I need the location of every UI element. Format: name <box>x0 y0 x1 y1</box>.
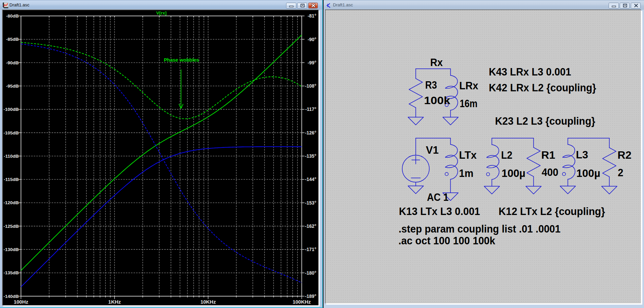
y2-axis-label: -81° <box>308 13 316 19</box>
y-axis-label: -85dB <box>6 37 19 42</box>
y2-axis-label: -90° <box>308 37 316 42</box>
schematic-text-lrx_value[interactable]: 16m <box>460 97 477 110</box>
waveform-window-title: Draft1.asc <box>9 2 29 7</box>
y-axis-label: -140dB <box>4 294 19 299</box>
close-button-2[interactable] <box>631 3 641 8</box>
restore-icon <box>298 3 307 8</box>
y2-axis-label: -126° <box>305 130 316 135</box>
schematic-text-r3_value[interactable]: 100k <box>424 94 450 106</box>
schematic-text-k12[interactable]: K12 LTx L2 {coupling} <box>499 205 605 217</box>
minimize-icon <box>609 3 619 8</box>
schematic-text-r2_name[interactable]: R2 <box>617 149 631 161</box>
waveform-plot-area: -80dB-81°-85dB-90°-90dB-99°-95dB-108°-10… <box>2 9 318 305</box>
y-axis-label: -130dB <box>4 247 19 252</box>
bode-plot[interactable]: -80dB-81°-85dB-90°-90dB-99°-95dB-108°-10… <box>3 10 318 305</box>
schematic-text-r3_name[interactable]: R3 <box>425 79 437 91</box>
schematic-text-r1_name[interactable]: R1 <box>541 149 555 161</box>
y2-axis-label: -180° <box>305 270 316 276</box>
y-axis-label: -120dB <box>4 200 19 205</box>
y2-axis-label: -162° <box>305 223 316 229</box>
y-axis-label: -100dB <box>4 107 19 112</box>
schematic-text-l2_name[interactable]: L2 <box>501 149 512 161</box>
y2-axis-label: -99° <box>308 60 316 65</box>
schematic-text-r1_value[interactable]: 400 <box>542 166 558 178</box>
schematic-text-k43[interactable]: K43 LRx L3 0.001 <box>489 66 571 78</box>
schematic-text-lrx_name[interactable]: LRx <box>459 79 478 91</box>
waveform-plot-icon-svg <box>2 2 8 8</box>
close-icon <box>309 3 318 8</box>
schematic-text-ltx_value[interactable]: 1m <box>459 167 473 179</box>
schematic-text-step_directive[interactable]: .step param coupling list .01 .0001 <box>399 223 561 235</box>
schematic-text-r2_value[interactable]: 2 <box>618 166 623 179</box>
minimize-button[interactable] <box>286 3 296 8</box>
schematic-text-ac_directive[interactable]: .ac oct 100 100 100k <box>398 235 495 247</box>
schematic-window: Draft1.asc <box>324 0 644 308</box>
schematic-titlebar[interactable]: Draft1.asc <box>324 0 644 10</box>
y-axis-label: -115dB <box>4 177 19 182</box>
ltspice-schematic-icon <box>326 2 332 8</box>
y-axis-label: -135dB <box>4 270 19 275</box>
x-axis-label: 10KHz <box>200 299 216 305</box>
window-edge-right[interactable] <box>322 0 323 308</box>
y2-axis-label: -153° <box>305 200 316 206</box>
trace-0[interactable] <box>21 35 302 271</box>
schematic-text-k23[interactable]: K23 L2 L3 {coupling} <box>495 115 595 127</box>
waveform-plot-icon <box>2 2 8 8</box>
y2-axis-label: -171° <box>305 247 316 252</box>
trace-2[interactable] <box>21 147 302 287</box>
minimize-icon <box>286 3 296 8</box>
schematic-text-l3_value[interactable]: 100µ <box>576 167 600 179</box>
schematic-text-l3_name[interactable]: L3 <box>576 149 588 161</box>
y-axis-label: -80dB <box>6 13 19 19</box>
schematic-text-k42[interactable]: K42 LRx L2 {coupling} <box>489 82 596 94</box>
y-axis-label: -90dB <box>6 60 19 65</box>
restore-button-2[interactable] <box>620 3 630 8</box>
schematic-text-net_rx[interactable]: Rx <box>430 56 443 68</box>
schematic-canvas[interactable]: Rx R3 100k LRx 16m K43 LRx L3 0.001 K42 … <box>325 9 641 303</box>
schematic-window-title: Draft1.asc <box>333 2 353 7</box>
annotation-text[interactable]: Phase wobbles <box>164 57 199 63</box>
y2-axis-label: -144° <box>305 177 316 182</box>
schematic-drawing: Rx R3 100k LRx 16m K43 LRx L3 0.001 K42 … <box>326 10 641 303</box>
waveform-titlebar[interactable]: Draft1.asc <box>0 0 322 10</box>
close-icon <box>631 3 641 8</box>
restore-button[interactable] <box>297 3 307 8</box>
restore-icon <box>620 3 630 8</box>
y2-axis-label: -189° <box>305 294 316 299</box>
x-axis-label: 100Hz <box>14 299 28 305</box>
trace-1[interactable] <box>21 42 302 119</box>
y-axis-label: -105dB <box>4 130 19 135</box>
schematic-text-ltx_name[interactable]: LTx <box>459 149 477 161</box>
schematic-grid-dots <box>326 10 641 303</box>
trace-label[interactable]: V[rx] <box>156 10 167 16</box>
trace-3[interactable] <box>21 44 302 283</box>
close-button[interactable] <box>308 3 318 8</box>
annotation-arrow <box>179 69 183 109</box>
y2-axis-label: -135° <box>305 153 316 159</box>
y2-axis-label: -108° <box>305 83 316 89</box>
y-axis-label: -95dB <box>6 84 19 89</box>
minimize-button-2[interactable] <box>609 3 619 8</box>
ltspice-schematic-icon-svg <box>326 2 332 8</box>
schematic-text-k13[interactable]: K13 LTx L3 0.001 <box>399 205 480 217</box>
y-axis-label: -125dB <box>4 224 19 229</box>
schematic-text-v1_name[interactable]: V1 <box>426 144 439 156</box>
x-axis-label: 100KHz <box>293 299 311 305</box>
x-axis-label: 1KHz <box>108 299 121 305</box>
schematic-text-v1_value[interactable]: AC 1 <box>427 191 448 203</box>
desktop: {"windows":{"plot":{"title":"Draft1.asc"… <box>0 0 644 308</box>
schematic-text-l2_value[interactable]: 100µ <box>502 167 526 179</box>
y-axis-label: -110dB <box>4 154 19 159</box>
y2-axis-label: -117° <box>305 106 316 112</box>
waveform-window: Draft1.asc -80dB-81°-85dB-90°-90dB-99°-9… <box>0 0 322 307</box>
